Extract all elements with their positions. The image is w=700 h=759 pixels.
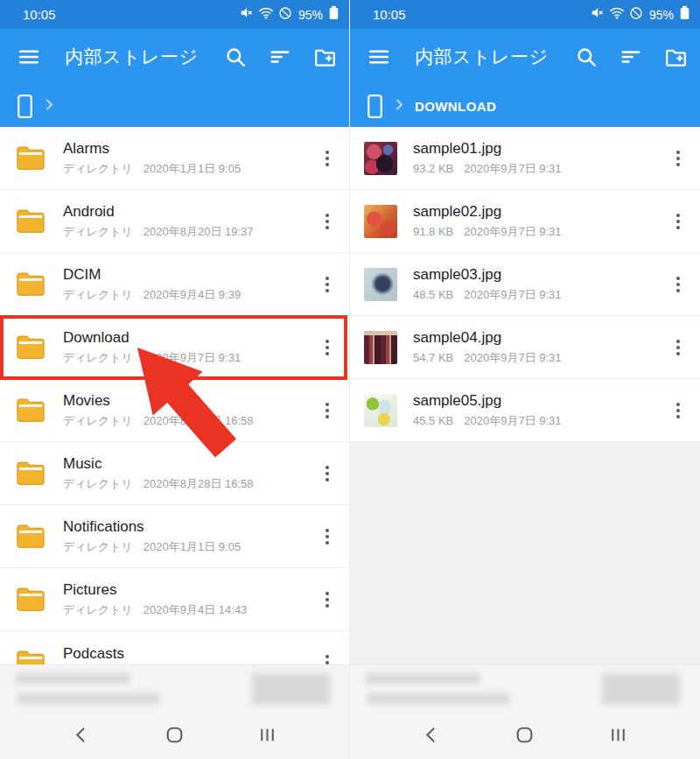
folder-name: Music bbox=[63, 455, 318, 473]
no-signal-icon bbox=[278, 6, 292, 24]
item-date: 2020年8月28日 16:58 bbox=[144, 414, 254, 427]
blurred-ad-image bbox=[602, 673, 680, 705]
home-button[interactable] bbox=[157, 724, 192, 746]
device-icon[interactable] bbox=[16, 94, 34, 119]
folder-row-pictures[interactable]: Pictures ディレクトリ2020年9月4日 14:43 bbox=[0, 568, 349, 631]
wifi-icon bbox=[258, 6, 274, 24]
back-button[interactable] bbox=[64, 724, 99, 746]
item-type: ディレクトリ bbox=[63, 162, 133, 175]
item-date: 2020年8月20日 19:37 bbox=[144, 225, 254, 238]
blurred-ad-text bbox=[366, 673, 480, 684]
file-row-sample03[interactable]: sample03.jpg 48.5 KB2020年9月7日 9:31 bbox=[350, 253, 700, 316]
folder-row-music[interactable]: Music ディレクトリ2020年8月28日 16:58 bbox=[0, 442, 349, 505]
file-date: 2020年9月7日 9:31 bbox=[464, 225, 561, 238]
more-options-button[interactable] bbox=[668, 204, 688, 239]
file-name: sample04.jpg bbox=[413, 329, 668, 347]
item-type: ディレクトリ bbox=[63, 477, 133, 490]
more-options-button[interactable] bbox=[668, 393, 688, 428]
more-options-button[interactable] bbox=[318, 456, 337, 491]
folder-row-download[interactable]: Download ディレクトリ2020年9月7日 9:31 bbox=[0, 316, 349, 379]
image-thumbnail bbox=[364, 394, 397, 427]
file-row-sample04[interactable]: sample04.jpg 54.7 KB2020年9月7日 9:31 bbox=[350, 316, 700, 379]
image-thumbnail bbox=[364, 268, 397, 301]
home-button[interactable] bbox=[508, 724, 542, 746]
new-folder-button[interactable] bbox=[664, 46, 688, 69]
more-options-button[interactable] bbox=[318, 141, 337, 176]
menu-button[interactable] bbox=[368, 46, 390, 68]
more-options-button[interactable] bbox=[668, 330, 688, 365]
navigation-bar bbox=[0, 710, 349, 759]
folder-row-alarms[interactable]: Alarms ディレクトリ2020年1月1日 9:05 bbox=[0, 127, 349, 190]
search-button[interactable] bbox=[575, 46, 598, 68]
folder-icon bbox=[14, 145, 47, 171]
more-options-button[interactable] bbox=[318, 267, 337, 302]
folder-row-movies[interactable]: Movies ディレクトリ2020年8月28日 16:58 bbox=[0, 379, 349, 442]
search-button[interactable] bbox=[224, 46, 247, 68]
battery-percent: 95% bbox=[298, 8, 323, 22]
file-row-sample01[interactable]: sample01.jpg 93.2 KB2020年9月7日 9:31 bbox=[350, 127, 700, 190]
recents-button[interactable] bbox=[601, 724, 636, 746]
more-options-button[interactable] bbox=[318, 330, 337, 365]
folder-row-dcim[interactable]: DCIM ディレクトリ2020年9月4日 9:39 bbox=[0, 253, 349, 316]
clock: 10:05 bbox=[373, 7, 406, 22]
screen-download-folder: 10:05 95% 内部ストレージ DOWNLOAD bbox=[350, 0, 700, 759]
status-bar: 10:05 95% bbox=[350, 0, 700, 29]
menu-button[interactable] bbox=[18, 46, 40, 68]
file-name: sample05.jpg bbox=[413, 392, 668, 410]
two-screen-screenshot: 10:05 95% 内部ストレージ bbox=[0, 0, 700, 759]
mute-icon bbox=[590, 5, 605, 24]
item-date: 2020年8月28日 16:58 bbox=[144, 477, 254, 490]
folder-name: DCIM bbox=[63, 266, 318, 284]
navigation-bar bbox=[350, 710, 700, 759]
more-options-button[interactable] bbox=[318, 582, 337, 617]
folder-icon bbox=[14, 334, 47, 360]
file-size: 93.2 KB bbox=[413, 162, 453, 175]
breadcrumb-path[interactable]: DOWNLOAD bbox=[415, 99, 496, 114]
file-size: 45.5 KB bbox=[413, 414, 453, 427]
bottom-region bbox=[350, 664, 700, 759]
more-options-button[interactable] bbox=[668, 267, 688, 302]
breadcrumb bbox=[0, 85, 349, 127]
folder-name: Notifications bbox=[63, 518, 318, 536]
screen-internal-storage: 10:05 95% 内部ストレージ bbox=[0, 0, 350, 759]
no-signal-icon bbox=[629, 6, 643, 24]
bottom-region bbox=[0, 664, 349, 759]
folder-name: Alarms bbox=[63, 140, 318, 158]
chevron-right-icon bbox=[393, 98, 406, 115]
item-date: 2020年9月4日 9:39 bbox=[144, 288, 241, 301]
file-date: 2020年9月7日 9:31 bbox=[464, 414, 561, 427]
more-options-button[interactable] bbox=[668, 141, 688, 176]
battery-icon bbox=[329, 5, 339, 24]
file-row-sample02[interactable]: sample02.jpg 91.8 KB2020年9月7日 9:31 bbox=[350, 190, 700, 253]
folder-row-android[interactable]: Android ディレクトリ2020年8月20日 19:37 bbox=[0, 190, 349, 253]
sort-button[interactable] bbox=[620, 46, 642, 68]
sort-button[interactable] bbox=[269, 46, 291, 68]
recents-button[interactable] bbox=[250, 724, 285, 746]
folder-icon bbox=[14, 271, 47, 297]
file-date: 2020年9月7日 9:31 bbox=[464, 162, 561, 175]
clock: 10:05 bbox=[23, 7, 56, 22]
image-thumbnail bbox=[364, 142, 397, 175]
blurred-ad-text bbox=[368, 693, 509, 704]
item-date: 2020年1月1日 9:05 bbox=[144, 162, 241, 175]
file-size: 54.7 KB bbox=[413, 351, 453, 364]
new-folder-button[interactable] bbox=[313, 46, 337, 69]
back-button[interactable] bbox=[414, 724, 449, 746]
more-options-button[interactable] bbox=[318, 204, 337, 239]
file-date: 2020年9月7日 9:31 bbox=[464, 351, 561, 364]
file-row-sample05[interactable]: sample05.jpg 45.5 KB2020年9月7日 9:31 bbox=[350, 379, 700, 442]
folder-name: Podcasts bbox=[63, 645, 318, 663]
item-type: ディレクトリ bbox=[63, 351, 133, 364]
item-type: ディレクトリ bbox=[63, 540, 133, 553]
file-size: 48.5 KB bbox=[413, 288, 453, 301]
item-type: ディレクトリ bbox=[63, 288, 133, 301]
device-icon[interactable] bbox=[366, 94, 384, 119]
more-options-button[interactable] bbox=[318, 393, 337, 428]
item-type: ディレクトリ bbox=[63, 603, 133, 616]
file-date: 2020年9月7日 9:31 bbox=[464, 288, 561, 301]
more-options-button[interactable] bbox=[318, 519, 337, 554]
folder-row-notifications[interactable]: Notifications ディレクトリ2020年1月1日 9:05 bbox=[0, 505, 349, 568]
blurred-ad-text bbox=[16, 673, 130, 684]
file-size: 91.8 KB bbox=[413, 225, 453, 238]
item-type: ディレクトリ bbox=[63, 414, 133, 427]
